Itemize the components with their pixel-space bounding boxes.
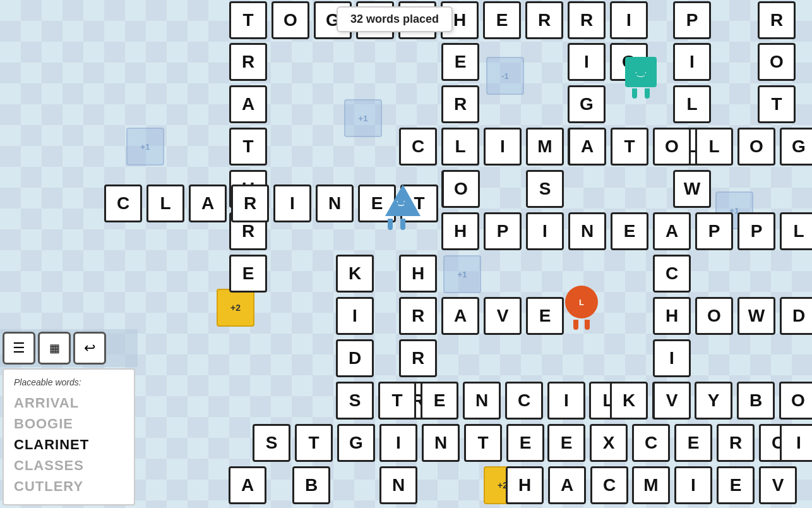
tile-P3: P (695, 212, 733, 250)
list-icon: ☰ (13, 340, 25, 356)
tile-A7: A (229, 466, 266, 504)
tile-O3: O (653, 128, 691, 166)
tile-A6: A (548, 466, 586, 504)
tile-E7: R (399, 339, 437, 377)
words-placed-text: 32 words placed (350, 13, 439, 25)
tile-O1: O (272, 1, 309, 39)
tile-ST-I: I (547, 382, 585, 420)
tile-L3: L (441, 128, 479, 166)
list-button[interactable]: ☰ (3, 332, 35, 365)
tile-RAV-R: R (399, 297, 437, 335)
ui-panel: ☰ ▦ ↩ Placeable words: ARRIVAL BOOGIE CL… (0, 329, 138, 508)
tile-I5: I (526, 212, 564, 250)
character-circle: L (565, 286, 598, 329)
tile-T6: T (611, 128, 648, 166)
tile-N2: N (316, 184, 354, 222)
checkerboard-icon: ▦ (49, 341, 60, 355)
tile-T5: T (758, 85, 796, 123)
tile-EX-I: I (780, 424, 812, 462)
tile-KB-Y: Y (695, 382, 732, 420)
word-item-classes[interactable]: CLASSES (14, 455, 124, 476)
tile-I1: I (610, 1, 648, 39)
word-item-arrival[interactable]: ARRIVAL (14, 392, 124, 413)
tile-H2: H (441, 212, 479, 250)
bonus-1: +1 (126, 128, 164, 166)
undo-button[interactable]: ↩ (73, 332, 106, 365)
tile-KB-O: O (779, 382, 812, 420)
tile-H6: H (506, 466, 544, 504)
tile-W1: W (737, 297, 775, 335)
words-placed-badge: 32 words placed (337, 6, 453, 32)
tile-R2: R (229, 43, 267, 81)
game-board: 32 words placed T O G E T H E R E R A T … (0, 0, 812, 508)
tile-T3: T (229, 128, 267, 166)
tile-ST-S: S (336, 382, 374, 420)
tile-D2: D (780, 297, 812, 335)
tile-EX-E: E (547, 424, 585, 462)
tile-V1: V (653, 382, 691, 420)
tile-SM-T: T (295, 424, 333, 462)
tile-I7: I (336, 297, 374, 335)
tile-O6: O (695, 297, 733, 335)
tile-C2: C (104, 184, 142, 222)
tile-B1: B (292, 466, 330, 504)
tile-K1: K (336, 255, 374, 293)
tile-I2: I (568, 43, 606, 81)
tile-RAV-V: V (484, 297, 522, 335)
tile-P4: P (737, 212, 775, 250)
tile-I9: I (674, 466, 712, 504)
word-item-boogie[interactable]: BOOGIE (14, 413, 124, 434)
tile-SM-E: E (506, 424, 544, 462)
tile-G4: G (337, 424, 375, 462)
tile-I3: I (673, 43, 711, 81)
tile-EX-E2: E (674, 424, 712, 462)
tile-IN-I: I (379, 424, 417, 462)
tile-H5: H (653, 297, 691, 335)
tile-C1: C (399, 128, 437, 166)
tile-R1: R (525, 1, 563, 39)
tile-W: W (673, 170, 711, 208)
tile-EX-C: C (632, 424, 670, 462)
tile-E2: E (483, 1, 521, 39)
tile-V2: V (759, 466, 797, 504)
tile-L5: L (780, 212, 812, 250)
tile-E8: E (717, 466, 755, 504)
character-square: ·‿· (625, 57, 657, 98)
tile-H4: H (399, 255, 437, 293)
tile-C3: C (653, 255, 691, 293)
tile-RAV-A: A (441, 297, 479, 335)
tile-KB-K: K (610, 382, 648, 420)
checkerboard-button[interactable]: ▦ (38, 332, 71, 365)
tile-M2: M (632, 466, 670, 504)
tile-L1: L (673, 85, 711, 123)
tile-M1: M (526, 128, 564, 166)
tile-ST-T: T (378, 382, 416, 420)
undo-icon: ↩ (84, 340, 95, 356)
tile-O4: O (737, 128, 775, 166)
tile-G1: G (568, 85, 606, 123)
tile-R5: R (758, 1, 796, 39)
word-item-cutlery[interactable]: CUTLERY (14, 476, 124, 497)
tile-R6: R (231, 184, 269, 222)
tile-O5: O (442, 170, 480, 208)
tile-ST-C: C (505, 382, 543, 420)
character-triangle: ·‿· (385, 184, 421, 230)
tile-EX-X: X (590, 424, 628, 462)
word-item-clarinet[interactable]: CLARINET (14, 434, 124, 455)
word-list-panel: Placeable words: ARRIVAL BOOGIE CLARINET… (3, 368, 135, 505)
tile-EX-R: R (717, 424, 755, 462)
tile-SM-S: S (253, 424, 290, 462)
tile-L6: L (146, 184, 184, 222)
tile-G3: G (780, 128, 812, 166)
tile-P1: P (673, 1, 711, 39)
tile-E3: E (441, 43, 479, 81)
bonus-yellow-1: +2 (217, 289, 254, 327)
tile-E4: E (229, 255, 267, 293)
tile-A5: A (189, 184, 227, 222)
tile-N3: N (379, 466, 417, 504)
tile-I4: I (484, 128, 522, 166)
tile-P2: P (484, 212, 522, 250)
tile-D1: D (336, 339, 374, 377)
tile-I6: I (273, 184, 311, 222)
tile-IN-N: N (422, 424, 460, 462)
